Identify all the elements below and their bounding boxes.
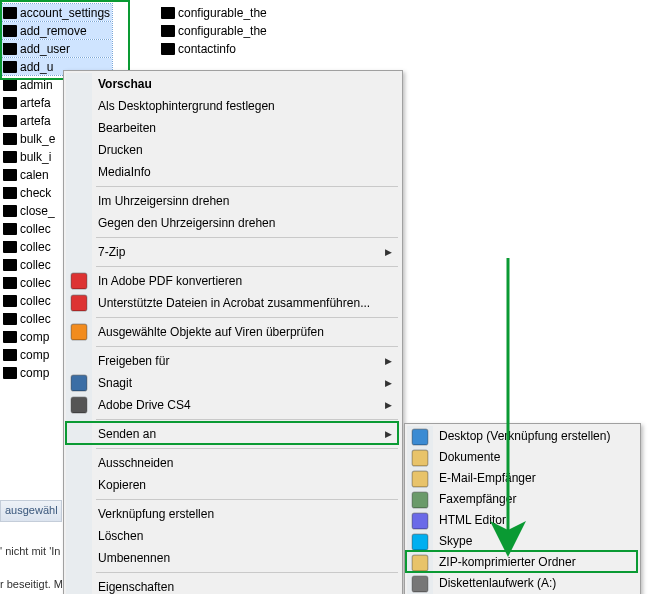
skype-icon	[411, 533, 429, 551]
submenu-item[interactable]: Diskettenlaufwerk (A:)	[407, 573, 638, 594]
submenu-item[interactable]: Faxempfänger	[407, 489, 638, 510]
status-line-2: ' nicht mit 'In	[0, 545, 60, 557]
menu-separator	[96, 317, 398, 318]
file-icon	[2, 95, 18, 111]
menu-item[interactable]: Eigenschaften	[66, 576, 400, 594]
file-icon	[2, 185, 18, 201]
menu-item[interactable]: Ausgewählte Objekte auf Viren überprüfen	[66, 321, 400, 343]
file-label: collec	[20, 240, 51, 254]
file-label: check	[20, 186, 51, 200]
file-list-column-2: configurable_theconfigurable_thecontacti…	[158, 4, 269, 57]
svg-rect-5	[71, 324, 87, 340]
file-item[interactable]: add_user	[0, 40, 112, 57]
file-icon	[2, 203, 18, 219]
menu-item[interactable]: Bearbeiten	[66, 117, 400, 139]
docs-icon	[411, 449, 429, 467]
send-to-submenu: Desktop (Verknüpfung erstellen)Dokumente…	[404, 423, 641, 594]
file-label: contactinfo	[178, 42, 236, 56]
file-label: comp	[20, 366, 49, 380]
submenu-item[interactable]: Skype	[407, 531, 638, 552]
file-icon	[2, 77, 18, 93]
svg-rect-8	[412, 429, 428, 445]
svg-rect-15	[412, 576, 428, 592]
file-label: comp	[20, 330, 49, 344]
menu-separator	[96, 572, 398, 573]
svg-rect-12	[412, 513, 428, 529]
pdf-icon	[70, 294, 88, 312]
menu-item[interactable]: In Adobe PDF konvertieren	[66, 270, 400, 292]
file-icon	[2, 293, 18, 309]
file-item[interactable]: account_settings	[0, 4, 112, 21]
file-icon	[2, 329, 18, 345]
menu-item[interactable]: Snagit	[66, 372, 400, 394]
svg-rect-13	[412, 534, 428, 550]
file-icon	[160, 5, 176, 21]
file-label: calen	[20, 168, 49, 182]
menu-item[interactable]: Im Uhrzeigersinn drehen	[66, 190, 400, 212]
menu-item-label: Senden an	[98, 427, 156, 441]
menu-item[interactable]: Vorschau	[66, 73, 400, 95]
file-item[interactable]: configurable_the	[158, 4, 269, 21]
menu-item[interactable]: Als Desktophintergrund festlegen	[66, 95, 400, 117]
menu-item[interactable]: Umbenennen	[66, 547, 400, 569]
file-label: artefa	[20, 114, 51, 128]
svg-rect-3	[71, 273, 87, 289]
file-icon	[2, 41, 18, 57]
file-icon	[2, 5, 18, 21]
menu-item[interactable]: Gegen den Uhrzeigersinn drehen	[66, 212, 400, 234]
menu-item[interactable]: Unterstützte Dateien in Acrobat zusammen…	[66, 292, 400, 314]
file-item[interactable]: add_remove	[0, 22, 112, 39]
submenu-item[interactable]: Dokumente	[407, 447, 638, 468]
menu-item[interactable]: MediaInfo	[66, 161, 400, 183]
menu-item[interactable]: Freigeben für	[66, 350, 400, 372]
menu-item[interactable]: Kopieren	[66, 474, 400, 496]
file-icon	[2, 59, 18, 75]
file-label: close_	[20, 204, 55, 218]
submenu-item[interactable]: HTML Editor	[407, 510, 638, 531]
file-label: admin	[20, 78, 53, 92]
av-icon	[70, 323, 88, 341]
menu-item-label: In Adobe PDF konvertieren	[98, 274, 242, 288]
svg-rect-10	[412, 471, 428, 487]
menu-item-label: Adobe Drive CS4	[98, 398, 191, 412]
file-icon	[2, 131, 18, 147]
menu-item-label: Drucken	[98, 143, 143, 157]
menu-item[interactable]: Verknüpfung erstellen	[66, 503, 400, 525]
menu-item[interactable]: Löschen	[66, 525, 400, 547]
submenu-item[interactable]: ZIP-komprimierter Ordner	[407, 552, 638, 573]
menu-separator	[96, 499, 398, 500]
file-icon	[2, 221, 18, 237]
menu-separator	[96, 419, 398, 420]
file-icon	[2, 167, 18, 183]
drive-icon	[70, 396, 88, 414]
menu-item[interactable]: 7-Zip	[66, 241, 400, 263]
fax-icon	[411, 491, 429, 509]
submenu-item-label: Skype	[439, 534, 472, 548]
file-label: collec	[20, 312, 51, 326]
menu-item[interactable]: Adobe Drive CS4	[66, 394, 400, 416]
menu-item[interactable]: Ausschneiden	[66, 452, 400, 474]
file-label: configurable_the	[178, 24, 267, 38]
selection-status: ausgewähl	[0, 500, 62, 522]
file-label: collec	[20, 276, 51, 290]
menu-item-label: Bearbeiten	[98, 121, 156, 135]
submenu-item-label: ZIP-komprimierter Ordner	[439, 555, 576, 569]
submenu-item-label: Diskettenlaufwerk (A:)	[439, 576, 556, 590]
file-label: collec	[20, 294, 51, 308]
submenu-item[interactable]: E-Mail-Empfänger	[407, 468, 638, 489]
menu-item-label: MediaInfo	[98, 165, 151, 179]
file-icon	[2, 149, 18, 165]
menu-separator	[96, 448, 398, 449]
file-label: add_u	[20, 60, 53, 74]
file-icon	[160, 23, 176, 39]
file-item[interactable]: configurable_the	[158, 22, 269, 39]
file-label: comp	[20, 348, 49, 362]
menu-item-label: Freigeben für	[98, 354, 169, 368]
file-label: collec	[20, 222, 51, 236]
file-label: artefa	[20, 96, 51, 110]
menu-item[interactable]: Drucken	[66, 139, 400, 161]
menu-item[interactable]: Senden an	[66, 423, 400, 445]
file-item[interactable]: contactinfo	[158, 40, 269, 57]
menu-item-label: Snagit	[98, 376, 132, 390]
submenu-item[interactable]: Desktop (Verknüpfung erstellen)	[407, 426, 638, 447]
